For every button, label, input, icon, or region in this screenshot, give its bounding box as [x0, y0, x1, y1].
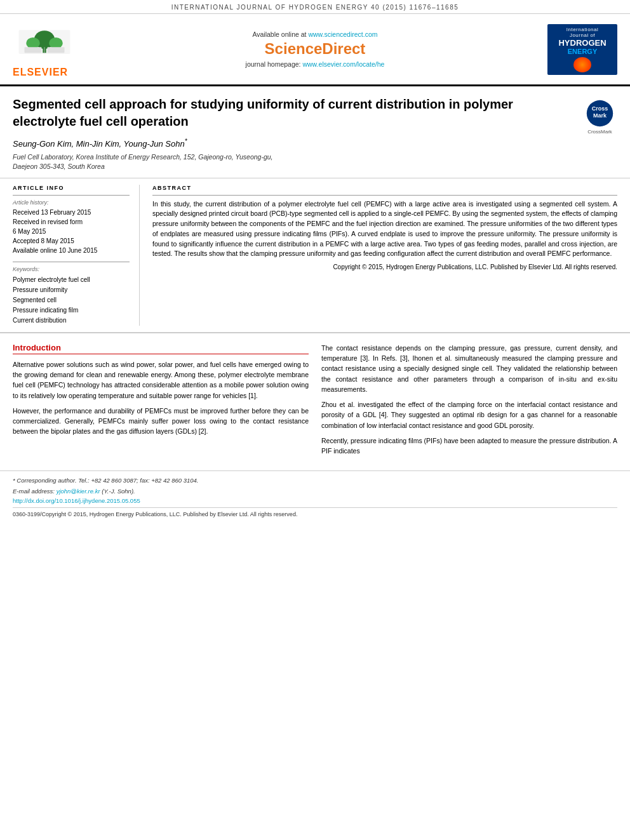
- hydrogen-intl-label: International Journal of: [566, 27, 599, 39]
- corresponding-author-marker: *: [185, 138, 187, 145]
- svg-text:Mark: Mark: [593, 112, 607, 119]
- footer-corresponding-note: * Corresponding author. Tel.: +82 42 860…: [13, 476, 617, 484]
- svg-rect-5: [25, 47, 42, 53]
- hydrogen-energy-logo: International Journal of HYDROGEN ENERGY: [547, 24, 617, 75]
- footer-email-link[interactable]: yjohn@kier.re.kr: [57, 488, 100, 495]
- abstract-column: ABSTRACT In this study, the current dist…: [152, 185, 617, 326]
- right-paragraph-1: The contact resistance depends on the cl…: [321, 343, 617, 394]
- received-date: Received 13 February 2015: [13, 208, 130, 217]
- crossmark-icon: Cross Mark: [586, 99, 614, 128]
- elsevier-logo: ELSEVIER: [13, 20, 95, 78]
- footer-doi-line: http://dx.doi.org/10.1016/j.ijhydene.201…: [13, 497, 617, 504]
- crossmark-area: Cross Mark CrossMark: [582, 99, 617, 135]
- abstract-text: In this study, the current distribution …: [152, 199, 617, 260]
- journal-banner-text: INTERNATIONAL JOURNAL OF HYDROGEN ENERGY…: [171, 4, 459, 11]
- hydrogen-energy-text: ENERGY: [568, 48, 597, 55]
- right-paragraph-3: Recently, pressure indicating films (PIF…: [321, 436, 617, 457]
- article-meta-section: ARTICLE INFO Article history: Received 1…: [0, 178, 630, 333]
- footer-email-line: E-mail address: yjohn@kier.re.kr (Y.-J. …: [13, 487, 617, 495]
- intro-paragraph-1: Alternative power solutions such as wind…: [13, 359, 309, 401]
- body-left-column: Introduction Alternative power solutions…: [13, 343, 309, 462]
- keywords-section: Keywords: Polymer electrolyte fuel cell …: [13, 262, 130, 326]
- header-center: Available online at www.sciencedirect.co…: [95, 27, 535, 71]
- article-title-section: Segmented cell approach for studying uni…: [0, 86, 630, 178]
- sciencedirect-url-link[interactable]: www.sciencedirect.com: [308, 30, 377, 38]
- keywords-label: Keywords:: [13, 266, 130, 272]
- article-title: Segmented cell approach for studying uni…: [13, 96, 576, 130]
- hydrogen-logo-graphic: [573, 57, 591, 72]
- affiliation-line1: Fuel Cell Laboratory, Korea Institute of…: [13, 153, 273, 161]
- sciencedirect-logo-text: ScienceDirect: [265, 40, 366, 57]
- article-title-area: Segmented cell approach for studying uni…: [13, 96, 576, 171]
- keyword-3: Segmented cell: [13, 295, 130, 305]
- header-right: International Journal of HYDROGEN ENERGY: [535, 24, 617, 75]
- authors-line: Seung-Gon Kim, Min-Jin Kim, Young-Jun So…: [13, 138, 576, 149]
- journal-homepage-link[interactable]: www.elsevier.com/locate/he: [302, 60, 384, 68]
- elsevier-brand-text: ELSEVIER: [13, 67, 95, 78]
- footer-copyright: 0360-3199/Copyright © 2015, Hydrogen Ene…: [13, 507, 617, 517]
- available-online-text: Available online at www.sciencedirect.co…: [102, 30, 528, 38]
- svg-rect-6: [48, 47, 65, 53]
- crossmark-label: CrossMark: [587, 129, 612, 135]
- journal-banner: INTERNATIONAL JOURNAL OF HYDROGEN ENERGY…: [0, 0, 630, 14]
- svg-text:Cross: Cross: [592, 105, 608, 112]
- introduction-section-title: Introduction: [13, 343, 309, 354]
- received-revised-label: Received in revised form: [13, 217, 130, 227]
- article-body: Introduction Alternative power solutions…: [0, 333, 630, 471]
- accepted-date: Accepted 8 May 2015: [13, 236, 130, 246]
- keyword-2: Pressure uniformity: [13, 285, 130, 295]
- affiliation: Fuel Cell Laboratory, Korea Institute of…: [13, 152, 576, 171]
- keyword-5: Current distribution: [13, 316, 130, 326]
- sciencedirect-logo: ScienceDirect: [102, 40, 528, 58]
- keyword-1: Polymer electrolyte fuel cell: [13, 275, 130, 285]
- right-paragraph-2: Zhou et al. investigated the effect of t…: [321, 399, 617, 430]
- abstract-copyright: Copyright © 2015, Hydrogen Energy Public…: [152, 263, 617, 272]
- body-right-column: The contact resistance depends on the cl…: [321, 343, 617, 462]
- abstract-heading: ABSTRACT: [152, 185, 617, 191]
- journal-header: ELSEVIER Available online at www.science…: [0, 14, 630, 86]
- keyword-4: Pressure indicating film: [13, 305, 130, 316]
- footer-email-suffix: (Y.-J. Sohn).: [102, 488, 135, 495]
- authors-text: Seung-Gon Kim, Min-Jin Kim, Young-Jun So…: [13, 139, 185, 149]
- article-info-column: ARTICLE INFO Article history: Received 1…: [13, 185, 140, 326]
- available-online-date: Available online 10 June 2015: [13, 246, 130, 255]
- journal-homepage: journal homepage: www.elsevier.com/locat…: [102, 60, 528, 68]
- article-footer: * Corresponding author. Tel.: +82 42 860…: [0, 470, 630, 523]
- article-info-heading: ARTICLE INFO: [13, 185, 130, 191]
- hydrogen-title: HYDROGEN: [558, 39, 606, 48]
- footer-doi-link[interactable]: http://dx.doi.org/10.1016/j.ijhydene.201…: [13, 497, 140, 504]
- intro-paragraph-2: However, the performance and durability …: [13, 406, 309, 437]
- article-history-label: Article history:: [13, 199, 130, 206]
- affiliation-line2: Daejeon 305-343, South Korea: [13, 163, 105, 170]
- revised-date: 6 May 2015: [13, 227, 130, 236]
